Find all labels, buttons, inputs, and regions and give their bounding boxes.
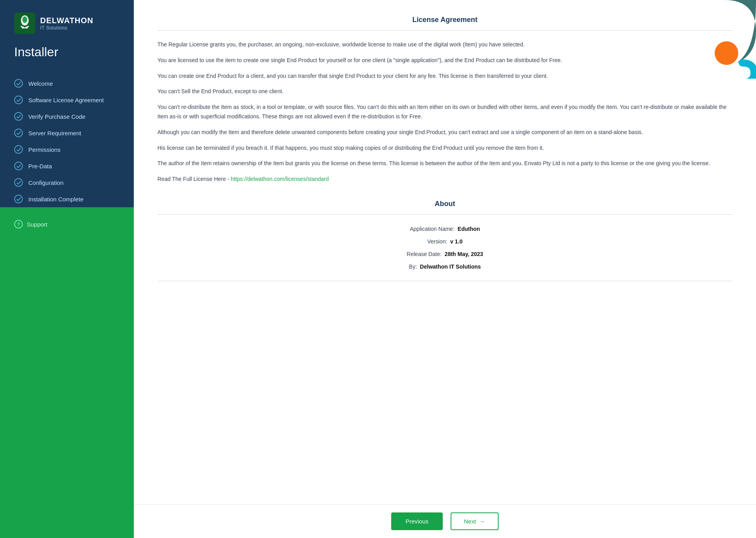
support-label: Support bbox=[27, 221, 48, 228]
license-para-8: The author of the Item retains ownership… bbox=[157, 159, 732, 168]
license-para-1: The Regular License grants you, the purc… bbox=[157, 40, 732, 50]
about-row-date: Release Date: 28th May, 2023 bbox=[157, 248, 732, 260]
about-row-version: Version: v 1.0 bbox=[157, 235, 732, 248]
logo-title: DELWATHON bbox=[40, 16, 93, 25]
next-label: Next bbox=[464, 518, 476, 525]
nav-item-purchase[interactable]: Verify Purchase Code bbox=[14, 108, 134, 125]
about-section: About Application Name: Eduthon Version:… bbox=[157, 200, 732, 281]
next-button[interactable]: Next → bbox=[451, 512, 499, 530]
license-url[interactable]: https://delwathon.com/licenses/standard bbox=[231, 176, 329, 182]
check-icon-server bbox=[14, 129, 23, 137]
about-table: Application Name: Eduthon Version: v 1.0… bbox=[157, 214, 732, 281]
installer-heading: Installer bbox=[14, 45, 120, 59]
license-title: License Agreement bbox=[157, 16, 732, 24]
nav-label-permissions: Permissions bbox=[28, 146, 61, 153]
about-by-label: By: bbox=[409, 263, 417, 270]
nav-label-predata: Pre-Data bbox=[28, 163, 52, 170]
svg-point-4 bbox=[26, 26, 28, 29]
about-title: About bbox=[157, 200, 732, 208]
nav-label-configuration: Configuration bbox=[28, 179, 63, 186]
check-icon-license bbox=[14, 96, 23, 104]
license-para-4: You can't Sell the End Product, except t… bbox=[157, 87, 732, 96]
nav-item-permissions[interactable]: Permissions bbox=[14, 141, 134, 158]
sidebar: DELWATHON IT Solutions Installer Welcome… bbox=[0, 0, 134, 538]
previous-button[interactable]: Previous bbox=[391, 512, 442, 530]
nav-label-welcome: Welcome bbox=[28, 80, 53, 87]
about-date-label: Release Date: bbox=[407, 251, 442, 257]
logo-subtitle: IT Solutions bbox=[40, 25, 93, 31]
license-para-7: His license can be terminated if you bre… bbox=[157, 144, 732, 153]
sidebar-top: DELWATHON IT Solutions Installer bbox=[0, 0, 134, 72]
nav-label-complete: Installation Complete bbox=[28, 196, 83, 203]
check-icon-permissions bbox=[14, 145, 23, 154]
nav-item-predata[interactable]: Pre-Data bbox=[14, 158, 134, 174]
main-content: License Agreement The Regular License gr… bbox=[134, 0, 756, 538]
about-by-value: Delwathon IT Solutions bbox=[420, 263, 481, 270]
nav-item-configuration[interactable]: Configuration bbox=[14, 174, 134, 191]
nav-label-purchase: Verify Purchase Code bbox=[28, 113, 85, 120]
license-text: The Regular License grants you, the purc… bbox=[157, 40, 732, 184]
support-item[interactable]: ? Support bbox=[14, 220, 120, 228]
svg-point-3 bbox=[22, 26, 24, 29]
about-version-label: Version: bbox=[427, 238, 447, 245]
license-para-2: You are licensed to use the item to crea… bbox=[157, 56, 732, 65]
about-appname-label: Application Name: bbox=[410, 226, 455, 232]
logo-text-block: DELWATHON IT Solutions bbox=[40, 16, 93, 31]
license-para-3: You can create one End Product for a cli… bbox=[157, 72, 732, 81]
nav-item-welcome[interactable]: Welcome bbox=[14, 75, 134, 92]
check-icon-welcome bbox=[14, 79, 23, 88]
check-icon-configuration bbox=[14, 178, 23, 187]
license-divider bbox=[157, 30, 732, 31]
nav-item-license[interactable]: Software License Agreement bbox=[14, 92, 134, 108]
content-area: License Agreement The Regular License gr… bbox=[134, 0, 756, 504]
check-icon-predata bbox=[14, 162, 23, 170]
license-full-link-text: Read The Full License Here - bbox=[157, 176, 229, 182]
nav-label-license: Software License Agreement bbox=[28, 97, 104, 103]
bottom-nav: Previous Next → bbox=[134, 504, 756, 538]
svg-point-2 bbox=[22, 17, 27, 23]
about-version-value: v 1.0 bbox=[450, 238, 462, 245]
next-arrow-icon: → bbox=[479, 518, 485, 525]
sidebar-green-section: ? Support bbox=[0, 207, 134, 538]
support-icon: ? bbox=[14, 220, 23, 228]
license-full-link: Read The Full License Here - https://del… bbox=[157, 175, 732, 184]
license-para-5: You can't re-distribute the Item as stoc… bbox=[157, 103, 732, 122]
nav-item-server[interactable]: Server Requirement bbox=[14, 125, 134, 141]
nav-item-complete[interactable]: Installation Complete bbox=[14, 191, 134, 207]
logo-area: DELWATHON IT Solutions bbox=[14, 13, 120, 34]
nav-list: Welcome Software License Agreement Verif… bbox=[0, 72, 134, 207]
nav-label-server: Server Requirement bbox=[28, 130, 81, 136]
about-row-by: By: Delwathon IT Solutions bbox=[157, 260, 732, 273]
about-row-appname: Application Name: Eduthon bbox=[157, 223, 732, 235]
license-para-6: Although you can modify the Item and the… bbox=[157, 128, 732, 137]
about-date-value: 28th May, 2023 bbox=[445, 251, 483, 257]
logo-icon bbox=[14, 13, 35, 34]
check-icon-purchase bbox=[14, 112, 23, 121]
check-icon-complete bbox=[14, 195, 23, 203]
about-appname-value: Eduthon bbox=[458, 226, 480, 232]
